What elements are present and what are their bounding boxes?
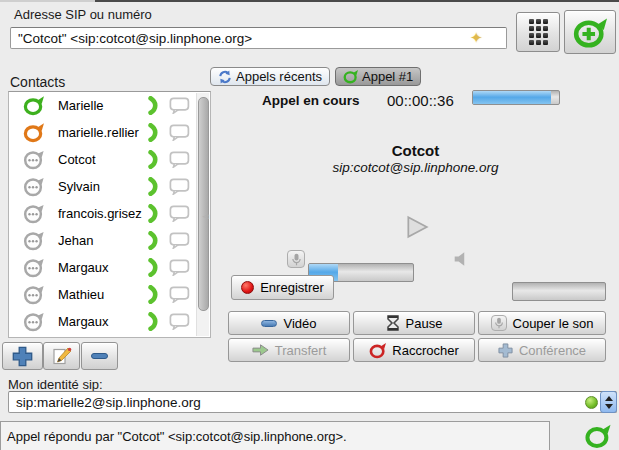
tab-current-call[interactable]: Appel #1: [335, 67, 421, 86]
transfer-label: Transfert: [275, 343, 327, 358]
linphone-window: Adresse SIP ou numéro ✦ Contacts Mariell…: [0, 0, 619, 450]
stepper-up-icon: [605, 396, 613, 401]
speaker-icon: [453, 251, 471, 267]
call-contact-icon[interactable]: [148, 123, 159, 142]
chat-icon[interactable]: [169, 178, 190, 195]
chat-icon[interactable]: [169, 313, 190, 330]
remove-contact-button[interactable]: [81, 342, 118, 370]
chat-icon[interactable]: [169, 124, 190, 141]
hangup-button[interactable]: Raccrocher: [353, 338, 475, 362]
stepper-down-icon: [605, 404, 613, 409]
tab-recent-calls[interactable]: Appels récents: [210, 67, 330, 86]
call-contact-icon[interactable]: [148, 312, 159, 331]
contact-name: francois.grisez: [58, 206, 142, 221]
contact-name: Jehan: [58, 233, 93, 248]
statusbar-message: Appel répondu par "Cotcot" <sip:cotcot@s…: [7, 429, 347, 444]
contacts-title: Contacts: [10, 74, 65, 90]
call-contact-icon[interactable]: [148, 231, 159, 250]
contact-row[interactable]: Mathieu: [9, 281, 210, 308]
chat-icon[interactable]: [169, 151, 190, 168]
contact-row[interactable]: Jehan: [9, 227, 210, 254]
conference-button[interactable]: Conférence: [478, 338, 606, 362]
transfer-button[interactable]: Transfert: [228, 338, 350, 362]
pane-resize-handle[interactable]: ◅: [202, 211, 209, 221]
add-call-icon: [573, 16, 607, 49]
address-label: Adresse SIP ou numéro: [14, 7, 152, 22]
minus-icon: [91, 353, 108, 359]
chat-icon[interactable]: [169, 97, 190, 114]
identity-stepper[interactable]: [600, 391, 617, 413]
status-led-icon: [585, 396, 598, 409]
pencil-icon: [52, 347, 72, 365]
callee-name: Cotcot: [212, 142, 619, 159]
conference-label: Conférence: [519, 343, 586, 358]
call-contact-icon[interactable]: [148, 285, 159, 304]
presence-unknown-icon: [23, 311, 44, 332]
start-call-button[interactable]: [564, 10, 616, 54]
video-icon: [261, 320, 277, 327]
presence-unknown-icon: [23, 284, 44, 305]
mute-label: Couper le son: [513, 316, 594, 331]
contact-row[interactable]: Margaux: [9, 308, 210, 335]
mute-button[interactable]: Couper le son: [478, 311, 606, 335]
video-button[interactable]: Vidéo: [228, 311, 350, 335]
record-label: Enregistrer: [260, 280, 324, 295]
contact-row[interactable]: Sylvain: [9, 173, 210, 200]
play-icon: [404, 214, 430, 240]
contact-row[interactable]: marielle.rellier: [9, 119, 210, 146]
tab-label: Appel #1: [362, 69, 413, 84]
call-contact-icon[interactable]: [148, 258, 159, 277]
call-answered-icon: [584, 423, 611, 449]
presence-unknown-icon: [23, 230, 44, 251]
contact-name: Margaux: [58, 260, 109, 275]
presence-unknown-icon: [23, 149, 44, 170]
recent-calls-icon: [218, 70, 232, 84]
tab-label: Appels récents: [236, 69, 322, 84]
hangup-icon: [369, 342, 386, 359]
presence-away-icon: [23, 122, 44, 143]
record-button[interactable]: Enregistrer: [231, 275, 334, 300]
contact-name: Sylvain: [58, 179, 100, 194]
presence-unknown-icon: [23, 257, 44, 278]
contact-row[interactable]: Cotcot: [9, 146, 210, 173]
contact-name: Mathieu: [58, 287, 104, 302]
contact-row[interactable]: francois.grisez: [9, 200, 210, 227]
mute-icon: [491, 315, 507, 331]
dialpad-button[interactable]: [516, 12, 560, 52]
chat-icon[interactable]: [169, 286, 190, 303]
contacts-list: Marielle marielle.rellier Cotcot Sylvain…: [8, 91, 211, 338]
statusbar: Appel répondu par "Cotcot" <sip:cotcot@s…: [0, 421, 550, 450]
presence-unknown-icon: [23, 176, 44, 197]
identity-combobox[interactable]: [8, 391, 617, 413]
presence-online-icon: [23, 95, 44, 116]
add-contact-button[interactable]: [2, 342, 43, 370]
contact-name: Margaux: [58, 314, 109, 329]
transfer-icon: [252, 343, 269, 357]
hangup-label: Raccrocher: [392, 343, 458, 358]
contact-row[interactable]: Margaux: [9, 254, 210, 281]
call-contact-icon[interactable]: [148, 96, 159, 115]
call-status-label: Appel en cours: [262, 93, 360, 108]
chat-icon[interactable]: [169, 232, 190, 249]
speaker-level-slider[interactable]: [512, 282, 606, 301]
chat-icon[interactable]: [169, 259, 190, 276]
call-duration: 00::00::36: [387, 92, 454, 109]
callee-uri: sip:cotcot@sip.linphone.org: [212, 160, 619, 175]
contact-row[interactable]: Marielle: [9, 92, 210, 119]
edit-contact-button[interactable]: [43, 342, 80, 370]
call-contact-icon[interactable]: [148, 150, 159, 169]
scrollbar-thumb[interactable]: [198, 97, 209, 311]
microphone-icon: [287, 250, 305, 268]
call-contact-icon[interactable]: [148, 177, 159, 196]
identity-label: Mon identité sip:: [8, 377, 103, 392]
pause-label: Pause: [406, 316, 443, 331]
dialpad-icon: [529, 19, 548, 45]
chat-icon[interactable]: [169, 205, 190, 222]
call-contact-icon[interactable]: [148, 204, 159, 223]
window-edge: [95, 0, 619, 2]
video-label: Vidéo: [283, 316, 316, 331]
sip-address-input[interactable]: [10, 27, 507, 49]
pause-button[interactable]: Pause: [353, 311, 475, 335]
plus-icon: [12, 346, 33, 367]
call-quality-bar: [472, 90, 560, 105]
